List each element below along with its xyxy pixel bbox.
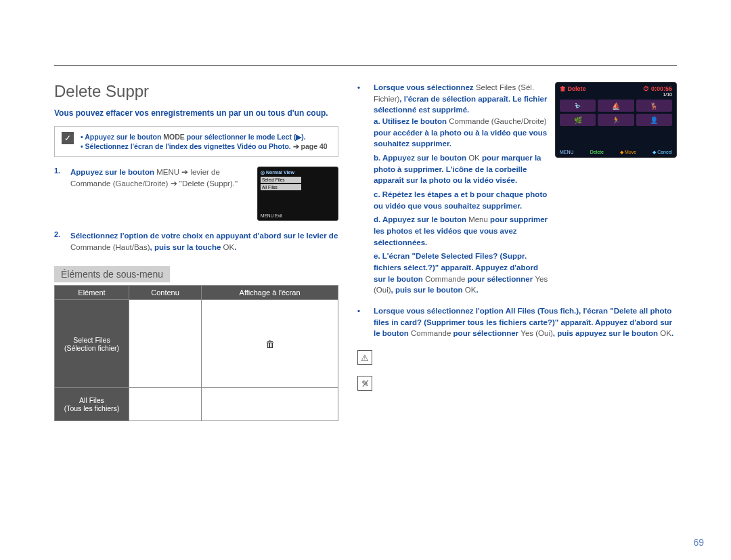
screenshot-header: ◎ Normal View <box>261 170 335 175</box>
substep-a: a. Utilisez le bouton Commande (Gauche/D… <box>374 116 548 150</box>
select-files-bullet: • Lorsque vous sélectionnez Select Files… <box>357 82 548 299</box>
substep-c: c. Répétez les étapes a et b pour chaque… <box>374 189 548 211</box>
th-content: Contenu <box>129 286 202 300</box>
row-label: Select Files <box>59 336 125 344</box>
submenu-heading: Éléments de sous-menu <box>54 266 170 282</box>
row-label-sub: (Tous les fichiers) <box>59 404 125 412</box>
screenshot-footer: MENU Exit <box>261 213 282 218</box>
step-num: 2. <box>54 230 64 253</box>
warning-icon: ⚠ <box>357 350 372 365</box>
all-files-bullet: • Lorsque vous sélectionnez l'option All… <box>357 305 677 339</box>
gallery-menu: MENU <box>560 150 574 155</box>
prereq-item: Appuyez sur le bouton MODE pour sélectio… <box>81 132 328 142</box>
gallery-title: 🗑 Delete <box>560 85 586 92</box>
row-display <box>202 388 338 421</box>
step-1: 1. Appuyez sur le bouton MENU ➔ levier d… <box>54 167 338 221</box>
gallery-cancel: Cancel <box>657 150 672 154</box>
gallery-timer: ⏱ 0:00:55 <box>643 85 672 92</box>
top-rule <box>54 65 677 66</box>
gallery-delete: Delete <box>590 150 604 155</box>
thumb: 🦌 <box>636 100 672 112</box>
page-number: 69 <box>693 537 704 548</box>
substep-e: e. L'écran "Delete Selected Files? (Supp… <box>374 251 548 296</box>
noedit-icon: ✎̸ <box>357 376 372 391</box>
submenu-table: Elément Contenu Affichage à l'écran Sele… <box>54 285 338 421</box>
row-content <box>129 300 202 388</box>
prereq-item: Sélectionnez l'écran de l'index des vign… <box>81 142 328 151</box>
step-num: 1. <box>54 167 64 221</box>
thumb: ⛵ <box>598 100 634 112</box>
gallery-counter: 1/10 <box>560 92 672 97</box>
bullet-icon: • <box>357 82 367 299</box>
step-2: 2. Sélectionnez l'option de votre choix … <box>54 230 338 253</box>
lcd-screenshot: 🗑 Delete ⏱ 0:00:55 1/10 ⛷ ⛵ 🦌 🌿 🏃 👤 MENU… <box>555 82 677 158</box>
substep-d: d. Appuyez sur le bouton Menu pour suppr… <box>374 214 548 248</box>
info-note: ✎̸ <box>357 376 677 391</box>
page-title: Delete Suppr <box>54 82 338 101</box>
screenshot-item: Select Files <box>261 177 301 183</box>
warning-note: ⚠ <box>357 350 677 365</box>
thumb: 👤 <box>636 114 672 126</box>
row-label: All Files <box>59 396 125 404</box>
thumb: ⛷ <box>560 100 596 112</box>
screenshot-item: All Files <box>261 184 301 190</box>
table-row: Select Files (Sélection fichier) 🗑 <box>55 300 338 388</box>
thumb: 🏃 <box>598 114 634 126</box>
trash-icon: 🗑 <box>265 339 275 349</box>
bullet-icon: • <box>357 305 367 339</box>
thumb: 🌿 <box>560 114 596 126</box>
row-label-sub: (Sélection fichier) <box>59 344 125 352</box>
menu-screenshot: ◎ Normal View Select Files All Files MEN… <box>257 167 338 221</box>
gallery-move: Move <box>625 150 636 154</box>
table-row: All Files (Tous les fichiers) <box>55 388 338 421</box>
th-element: Elément <box>55 286 129 300</box>
substep-b: b. Appuyez sur le bouton OK pour marquer… <box>374 152 548 186</box>
row-content <box>129 388 202 421</box>
th-display: Affichage à l'écran <box>202 286 338 300</box>
check-icon: ✓ <box>62 132 74 144</box>
prereq-box: ✓ Appuyez sur le bouton MODE pour sélect… <box>54 126 338 157</box>
intro-text: Vous pouvez effacer vos enregistrements … <box>54 108 338 119</box>
